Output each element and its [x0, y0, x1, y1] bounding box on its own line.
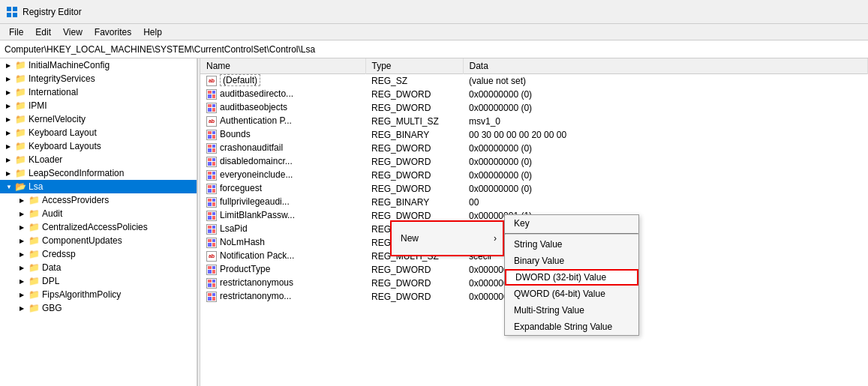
submenu-item[interactable]: Key	[505, 215, 638, 232]
reg-name: forceguest	[220, 183, 262, 193]
svg-rect-0	[7, 7, 11, 11]
tree-item-label: IntegrityServices	[29, 73, 95, 84]
table-row[interactable]: Bounds REG_BINARY 00 30 00 00 00 20 00 0…	[200, 128, 868, 142]
table-row[interactable]: ab(Default) REG_SZ (value not set)	[200, 74, 868, 88]
menu-help[interactable]: Help	[137, 25, 168, 39]
table-row[interactable]: auditbaseobjects REG_DWORD 0x00000000 (0…	[200, 101, 868, 115]
app-icon	[6, 6, 18, 18]
table-row[interactable]: auditbasedirecto... REG_DWORD 0x00000000…	[200, 88, 868, 101]
tree-item[interactable]: ▶📁DPL	[0, 274, 197, 288]
reg-icon-dword	[206, 211, 217, 221]
submenu-item[interactable]: String Value	[505, 236, 638, 253]
reg-icon-ab: ab	[206, 116, 217, 127]
reg-name: Authentication P...	[220, 115, 292, 126]
table-row[interactable]: forceguest REG_DWORD 0x00000000 (0)	[200, 182, 868, 196]
tree-panel[interactable]: ▶📁InitialMachineConfig▶📁IntegrityService…	[0, 58, 197, 386]
title-bar: Registry Editor	[0, 0, 868, 24]
table-row[interactable]: crashonauditfail REG_DWORD 0x00000000 (0…	[200, 142, 868, 155]
cell-type: REG_DWORD	[365, 263, 463, 277]
cell-data: 0x00000000 (0)	[463, 88, 868, 101]
tree-item[interactable]: ▶📁IntegrityServices	[0, 72, 197, 85]
reg-icon-dword	[206, 184, 217, 194]
reg-name: crashonauditfail	[220, 142, 283, 153]
cell-type: REG_BINARY	[365, 196, 463, 209]
tree-item[interactable]: ▶📁KernelVelocity	[0, 112, 197, 126]
expand-arrow: ▶	[6, 170, 14, 177]
tree-item[interactable]: ▼📂Lsa	[0, 180, 197, 193]
tree-item-label: KLoader	[29, 154, 62, 165]
cell-name: abNotification Pack...	[200, 250, 365, 263]
tree-item[interactable]: ▶📁Keyboard Layout	[0, 126, 197, 139]
menu-file[interactable]: File	[3, 25, 29, 39]
folder-icon: 📁	[15, 87, 26, 97]
new-button[interactable]: New ›	[390, 220, 504, 256]
reg-name: NoLmHash	[220, 237, 265, 247]
folder-icon: 📁	[15, 60, 26, 70]
tree-item[interactable]: ▶📁International	[0, 85, 197, 99]
table-row[interactable]: disabledomaincr... REG_DWORD 0x00000000 …	[200, 155, 868, 169]
menu-favorites[interactable]: Favorites	[89, 25, 137, 39]
tree-item-label: Audit	[42, 208, 62, 219]
tree-item[interactable]: ▶📁IPMI	[0, 99, 197, 112]
cell-name: disabledomaincr...	[200, 155, 365, 169]
table-header: Name Type Data	[200, 58, 868, 74]
submenu-item[interactable]: QWORD (64-bit) Value	[505, 286, 638, 302]
cell-type: REG_DWORD	[365, 142, 463, 155]
col-type: Type	[365, 58, 463, 74]
tree-item[interactable]: ▶📁Credssp	[0, 247, 197, 261]
submenu-arrow: ›	[494, 233, 497, 244]
tree-item-label: ComponentUpdates	[42, 235, 122, 246]
tree-item[interactable]: ▶📁Audit	[0, 207, 197, 220]
cell-type: REG_DWORD	[365, 169, 463, 182]
reg-icon-dword	[206, 103, 217, 113]
cell-type: REG_SZ	[365, 74, 463, 88]
reg-name: auditbaseobjects	[220, 102, 287, 112]
reg-icon-dword	[206, 89, 217, 100]
cell-name: forceguest	[200, 182, 365, 196]
expand-arrow: ▶	[6, 143, 14, 150]
tree-item-label: Data	[42, 262, 61, 273]
reg-icon-dword	[206, 265, 217, 275]
folder-icon: 📁	[29, 303, 39, 313]
tree-item[interactable]: ▶📁InitialMachineConfig	[0, 58, 197, 72]
cell-data: 0x00000000 (0)	[463, 182, 868, 196]
table-row[interactable]: abAuthentication P... REG_MULTI_SZ msv1_…	[200, 115, 868, 128]
tree-item-label: Keyboard Layouts	[29, 141, 101, 151]
tree-item[interactable]: ▶📁Data	[0, 261, 197, 274]
folder-icon: 📁	[29, 208, 39, 219]
tree-item[interactable]: ▶📁FipsAlgorithmPolicy	[0, 288, 197, 301]
tree-item-label: Keyboard Layout	[29, 127, 97, 138]
folder-icon: 📁	[15, 141, 26, 151]
submenu-item[interactable]: Multi-String Value	[505, 302, 638, 319]
reg-name: auditbasedirecto...	[220, 88, 293, 99]
folder-icon: 📁	[15, 168, 26, 178]
reg-icon-dword	[206, 238, 217, 248]
menu-edit[interactable]: Edit	[29, 25, 57, 39]
cell-data: 00	[463, 196, 868, 209]
tree-item[interactable]: ▶📁GBG	[0, 301, 197, 315]
submenu-item[interactable]: Binary Value	[505, 253, 638, 269]
address-path: Computer\HKEY_LOCAL_MACHINE\SYSTEM\Curre…	[5, 44, 315, 55]
tree-item[interactable]: ▶📁KLoader	[0, 153, 197, 166]
table-row[interactable]: everyoneinclude... REG_DWORD 0x00000000 …	[200, 169, 868, 182]
expand-arrow: ▶	[20, 292, 27, 298]
tree-item[interactable]: ▶📁CentralizedAccessPolicies	[0, 220, 197, 234]
cell-type: REG_DWORD	[365, 155, 463, 169]
tree-item[interactable]: ▶📁ComponentUpdates	[0, 234, 197, 247]
submenu-item[interactable]: Expandable String Value	[505, 319, 638, 335]
table-row[interactable]: fullprivilegeaudi... REG_BINARY 00	[200, 196, 868, 209]
reg-name: ProductType	[220, 264, 270, 274]
expand-arrow: ▶	[6, 76, 14, 82]
submenu-item[interactable]: DWORD (32-bit) Value	[505, 269, 638, 286]
col-data: Data	[463, 58, 868, 74]
cell-data: 0x00000000 (0)	[463, 169, 868, 182]
tree-item[interactable]: ▶📁LeapSecondInformation	[0, 166, 197, 180]
cell-type: REG_BINARY	[365, 128, 463, 142]
expand-arrow: ▶	[20, 238, 27, 244]
tree-item[interactable]: ▶📁AccessProviders	[0, 193, 197, 207]
menu-view[interactable]: View	[57, 25, 89, 39]
reg-icon-dword	[206, 292, 217, 302]
tree-item[interactable]: ▶📁Keyboard Layouts	[0, 139, 197, 153]
svg-rect-1	[13, 7, 17, 11]
expand-arrow: ▼	[6, 184, 14, 190]
